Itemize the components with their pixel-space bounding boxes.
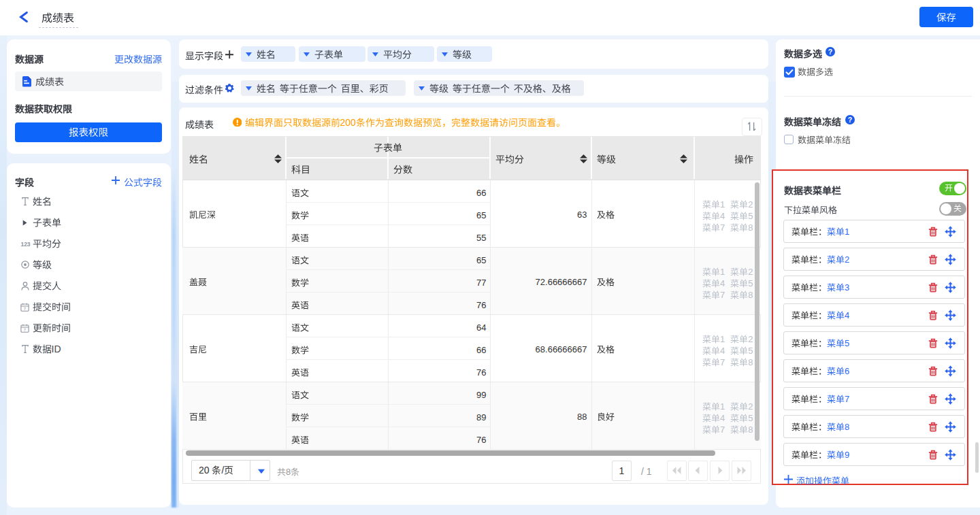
svg-text:7: 7 xyxy=(24,306,27,310)
svg-text:7: 7 xyxy=(24,327,27,331)
svg-text:?: ? xyxy=(848,116,852,124)
svg-text:?: ? xyxy=(828,48,832,56)
